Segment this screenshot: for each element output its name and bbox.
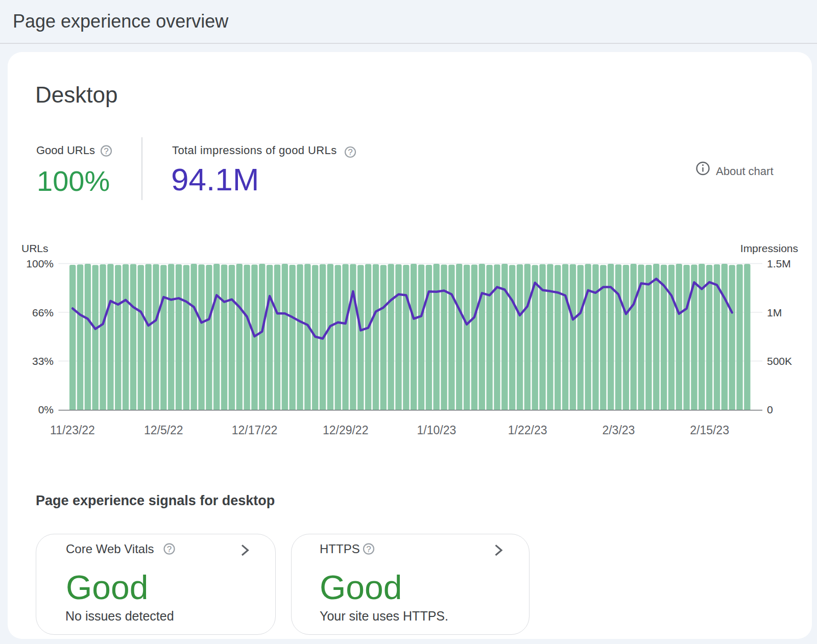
svg-text:?: ? [348, 147, 352, 157]
svg-text:0: 0 [767, 404, 773, 415]
svg-text:1/22/23: 1/22/23 [508, 424, 547, 437]
svg-text:2/3/23: 2/3/23 [602, 424, 635, 437]
svg-text:12/17/22: 12/17/22 [232, 424, 278, 437]
svg-text:?: ? [104, 146, 108, 156]
svg-text:100%: 100% [26, 258, 54, 269]
svg-text:11/23/22: 11/23/22 [50, 424, 95, 437]
svg-text:66%: 66% [32, 307, 54, 318]
svg-text:0%: 0% [38, 404, 54, 415]
svg-text:URLs: URLs [21, 242, 49, 254]
svg-text:2/15/23: 2/15/23 [690, 424, 729, 437]
svg-text:1/10/23: 1/10/23 [417, 424, 456, 437]
svg-text:?: ? [167, 544, 172, 554]
svg-text:12/5/22: 12/5/22 [144, 424, 183, 437]
svg-text:1M: 1M [767, 307, 782, 318]
svg-text:Impressions: Impressions [740, 242, 798, 254]
svg-text:12/29/22: 12/29/22 [323, 424, 369, 437]
svg-text:500K: 500K [767, 355, 792, 367]
svg-text:?: ? [366, 544, 371, 554]
svg-text:1.5M: 1.5M [767, 258, 791, 269]
svg-text:33%: 33% [32, 355, 54, 367]
